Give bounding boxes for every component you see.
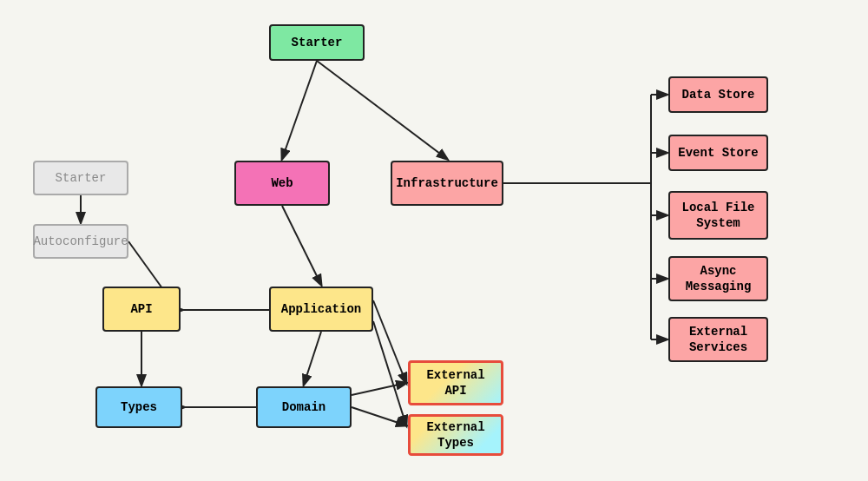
svg-line-0 xyxy=(282,61,317,159)
node-external-services-label: External Services xyxy=(677,324,760,355)
node-types-label: Types xyxy=(121,399,157,415)
node-ghost-starter: Starter xyxy=(33,161,128,195)
node-application-label: Application xyxy=(281,301,361,317)
node-domain-label: Domain xyxy=(282,399,326,415)
node-web: Web xyxy=(234,161,330,206)
node-external-api: External API xyxy=(408,360,503,405)
node-ghost-starter-label: Starter xyxy=(56,170,107,186)
svg-line-9 xyxy=(352,407,406,425)
node-starter-main: Starter xyxy=(269,24,365,61)
node-local-fs-label: Local File System xyxy=(677,200,760,231)
node-event-store: Event Store xyxy=(668,135,768,171)
node-web-label: Web xyxy=(271,175,293,191)
node-infrastructure: Infrastructure xyxy=(391,161,503,206)
svg-line-5 xyxy=(304,332,321,385)
svg-line-1 xyxy=(317,61,447,159)
node-api: API xyxy=(102,287,181,332)
node-async-messaging-label: Async Messaging xyxy=(677,263,760,294)
node-ghost-autoconfig-label: Autoconfigure xyxy=(33,234,128,249)
node-data-store-label: Data Store xyxy=(681,87,754,102)
node-ghost-autoconfig: Autoconfigure xyxy=(33,224,128,259)
node-application: Application xyxy=(269,287,373,332)
node-types: Types xyxy=(95,386,182,428)
node-local-fs: Local File System xyxy=(668,191,768,240)
svg-line-2 xyxy=(282,206,321,285)
node-api-label: API xyxy=(130,301,152,317)
svg-line-10 xyxy=(352,383,406,395)
node-external-services: External Services xyxy=(668,317,768,362)
architecture-diagram: Starter Web Infrastructure Application A… xyxy=(0,0,868,481)
node-external-types: External Types xyxy=(408,414,503,456)
svg-line-7 xyxy=(373,300,406,383)
node-infrastructure-label: Infrastructure xyxy=(396,175,498,191)
node-domain: Domain xyxy=(256,386,352,428)
node-data-store: Data Store xyxy=(668,76,768,113)
node-starter-main-label: Starter xyxy=(292,35,343,50)
node-external-types-label: External Types xyxy=(418,419,494,451)
node-event-store-label: Event Store xyxy=(678,145,758,161)
node-external-api-label: External API xyxy=(418,367,494,399)
svg-line-8 xyxy=(373,321,406,425)
node-async-messaging: Async Messaging xyxy=(668,256,768,301)
